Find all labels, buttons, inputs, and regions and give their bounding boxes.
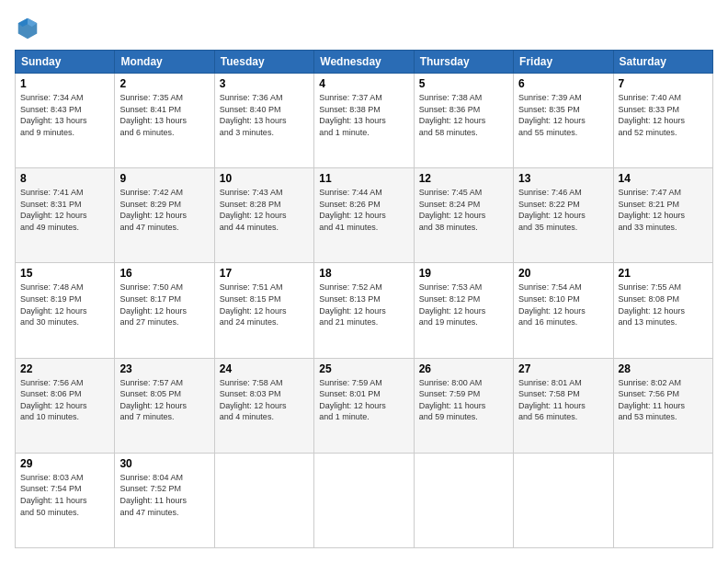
calendar-cell: 30Sunrise: 8:04 AM Sunset: 7:52 PM Dayli… (115, 453, 214, 547)
weekday-header-saturday: Saturday (613, 51, 712, 74)
calendar-cell: 2Sunrise: 7:35 AM Sunset: 8:41 PM Daylig… (115, 74, 214, 168)
day-info: Sunrise: 7:39 AM Sunset: 8:35 PM Dayligh… (518, 92, 608, 138)
calendar-cell: 6Sunrise: 7:39 AM Sunset: 8:35 PM Daylig… (514, 74, 613, 168)
day-number: 17 (220, 267, 309, 280)
day-info: Sunrise: 7:37 AM Sunset: 8:38 PM Dayligh… (319, 92, 408, 138)
day-info: Sunrise: 7:57 AM Sunset: 8:05 PM Dayligh… (119, 377, 209, 423)
calendar-cell: 16Sunrise: 7:50 AM Sunset: 8:17 PM Dayli… (115, 263, 214, 358)
day-number: 10 (220, 172, 309, 185)
day-info: Sunrise: 7:35 AM Sunset: 8:41 PM Dayligh… (119, 92, 209, 138)
day-number: 28 (619, 362, 708, 375)
calendar-cell: 23Sunrise: 7:57 AM Sunset: 8:05 PM Dayli… (115, 358, 214, 453)
day-info: Sunrise: 7:56 AM Sunset: 8:06 PM Dayligh… (20, 377, 109, 423)
day-info: Sunrise: 7:59 AM Sunset: 8:01 PM Dayligh… (319, 377, 408, 423)
header (15, 15, 713, 40)
day-info: Sunrise: 7:48 AM Sunset: 8:19 PM Dayligh… (20, 282, 109, 327)
page: SundayMondayTuesdayWednesdayThursdayFrid… (0, 0, 728, 563)
day-number: 5 (419, 77, 508, 90)
week-row-2: 8Sunrise: 7:41 AM Sunset: 8:31 PM Daylig… (16, 168, 713, 263)
calendar-cell (414, 453, 513, 547)
week-row-4: 22Sunrise: 7:56 AM Sunset: 8:06 PM Dayli… (16, 358, 713, 453)
calendar-cell: 26Sunrise: 8:00 AM Sunset: 7:59 PM Dayli… (414, 358, 513, 453)
weekday-header-tuesday: Tuesday (214, 51, 313, 74)
calendar-cell (514, 453, 613, 547)
calendar-cell: 3Sunrise: 7:36 AM Sunset: 8:40 PM Daylig… (214, 74, 313, 168)
calendar-cell (613, 453, 712, 547)
day-info: Sunrise: 7:36 AM Sunset: 8:40 PM Dayligh… (220, 92, 309, 138)
calendar-cell: 24Sunrise: 7:58 AM Sunset: 8:03 PM Dayli… (214, 358, 313, 453)
calendar-cell: 25Sunrise: 7:59 AM Sunset: 8:01 PM Dayli… (314, 358, 414, 453)
weekday-header-friday: Friday (514, 51, 613, 74)
day-info: Sunrise: 7:43 AM Sunset: 8:28 PM Dayligh… (220, 187, 309, 233)
day-number: 3 (220, 77, 309, 90)
day-number: 13 (518, 172, 608, 185)
day-number: 25 (319, 362, 408, 375)
day-info: Sunrise: 8:02 AM Sunset: 7:56 PM Dayligh… (619, 377, 708, 423)
day-number: 6 (518, 77, 608, 90)
day-info: Sunrise: 7:46 AM Sunset: 8:22 PM Dayligh… (518, 187, 608, 233)
day-info: Sunrise: 7:47 AM Sunset: 8:21 PM Dayligh… (619, 187, 708, 233)
calendar-cell: 20Sunrise: 7:54 AM Sunset: 8:10 PM Dayli… (514, 263, 613, 358)
day-info: Sunrise: 7:44 AM Sunset: 8:26 PM Dayligh… (319, 187, 408, 233)
weekday-header-row: SundayMondayTuesdayWednesdayThursdayFrid… (16, 51, 713, 74)
day-number: 12 (419, 172, 508, 185)
day-number: 1 (20, 77, 109, 90)
day-info: Sunrise: 7:38 AM Sunset: 8:36 PM Dayligh… (419, 92, 508, 138)
day-info: Sunrise: 7:58 AM Sunset: 8:03 PM Dayligh… (220, 377, 309, 423)
day-number: 27 (518, 362, 608, 375)
day-info: Sunrise: 8:00 AM Sunset: 7:59 PM Dayligh… (419, 377, 508, 423)
calendar-cell (214, 453, 313, 547)
calendar-cell: 22Sunrise: 7:56 AM Sunset: 8:06 PM Dayli… (16, 358, 115, 453)
calendar-cell: 1Sunrise: 7:34 AM Sunset: 8:43 PM Daylig… (16, 74, 115, 168)
day-info: Sunrise: 8:01 AM Sunset: 7:58 PM Dayligh… (518, 377, 608, 423)
day-number: 11 (319, 172, 408, 185)
calendar-cell: 11Sunrise: 7:44 AM Sunset: 8:26 PM Dayli… (314, 168, 414, 263)
day-info: Sunrise: 7:54 AM Sunset: 8:10 PM Dayligh… (518, 282, 608, 327)
day-number: 9 (119, 172, 209, 185)
day-info: Sunrise: 7:40 AM Sunset: 8:33 PM Dayligh… (619, 92, 708, 138)
day-number: 24 (220, 362, 309, 375)
day-number: 19 (419, 267, 508, 280)
calendar-cell: 28Sunrise: 8:02 AM Sunset: 7:56 PM Dayli… (613, 358, 712, 453)
calendar-cell: 29Sunrise: 8:03 AM Sunset: 7:54 PM Dayli… (16, 453, 115, 547)
calendar-cell (314, 453, 414, 547)
week-row-1: 1Sunrise: 7:34 AM Sunset: 8:43 PM Daylig… (16, 74, 713, 168)
week-row-5: 29Sunrise: 8:03 AM Sunset: 7:54 PM Dayli… (16, 453, 713, 547)
day-info: Sunrise: 8:03 AM Sunset: 7:54 PM Dayligh… (20, 472, 109, 518)
calendar-cell: 10Sunrise: 7:43 AM Sunset: 8:28 PM Dayli… (214, 168, 313, 263)
day-number: 23 (119, 362, 209, 375)
day-info: Sunrise: 7:34 AM Sunset: 8:43 PM Dayligh… (20, 92, 109, 138)
calendar-cell: 13Sunrise: 7:46 AM Sunset: 8:22 PM Dayli… (514, 168, 613, 263)
day-number: 7 (619, 77, 708, 90)
calendar-cell: 17Sunrise: 7:51 AM Sunset: 8:15 PM Dayli… (214, 263, 313, 358)
day-number: 21 (619, 267, 708, 280)
day-number: 8 (20, 172, 109, 185)
weekday-header-monday: Monday (115, 51, 214, 74)
calendar: SundayMondayTuesdayWednesdayThursdayFrid… (15, 50, 713, 548)
day-number: 2 (119, 77, 209, 90)
day-info: Sunrise: 7:51 AM Sunset: 8:15 PM Dayligh… (220, 282, 309, 327)
calendar-cell: 7Sunrise: 7:40 AM Sunset: 8:33 PM Daylig… (613, 74, 712, 168)
calendar-cell: 9Sunrise: 7:42 AM Sunset: 8:29 PM Daylig… (115, 168, 214, 263)
day-number: 18 (319, 267, 408, 280)
day-number: 29 (20, 457, 109, 470)
calendar-cell: 14Sunrise: 7:47 AM Sunset: 8:21 PM Dayli… (613, 168, 712, 263)
day-number: 22 (20, 362, 109, 375)
day-info: Sunrise: 7:55 AM Sunset: 8:08 PM Dayligh… (619, 282, 708, 327)
day-number: 30 (119, 457, 209, 470)
day-number: 4 (319, 77, 408, 90)
week-row-3: 15Sunrise: 7:48 AM Sunset: 8:19 PM Dayli… (16, 263, 713, 358)
day-number: 26 (419, 362, 508, 375)
day-number: 20 (518, 267, 608, 280)
calendar-cell: 27Sunrise: 8:01 AM Sunset: 7:58 PM Dayli… (514, 358, 613, 453)
calendar-cell: 19Sunrise: 7:53 AM Sunset: 8:12 PM Dayli… (414, 263, 513, 358)
day-info: Sunrise: 7:41 AM Sunset: 8:31 PM Dayligh… (20, 187, 109, 233)
day-number: 14 (619, 172, 708, 185)
logo (15, 15, 44, 40)
weekday-header-thursday: Thursday (414, 51, 513, 74)
calendar-cell: 8Sunrise: 7:41 AM Sunset: 8:31 PM Daylig… (16, 168, 115, 263)
calendar-cell: 21Sunrise: 7:55 AM Sunset: 8:08 PM Dayli… (613, 263, 712, 358)
day-info: Sunrise: 7:50 AM Sunset: 8:17 PM Dayligh… (119, 282, 209, 327)
day-info: Sunrise: 7:42 AM Sunset: 8:29 PM Dayligh… (119, 187, 209, 233)
calendar-cell: 5Sunrise: 7:38 AM Sunset: 8:36 PM Daylig… (414, 74, 513, 168)
